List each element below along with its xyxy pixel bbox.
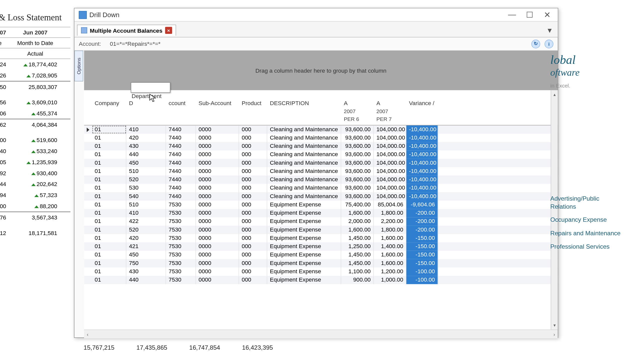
info-icon[interactable]: i (545, 39, 553, 48)
drilldown-window: Drill Down — ☐ ✕ Multiple Account Balanc… (74, 8, 558, 338)
table-row[interactable]: 0152074400000000Cleaning and Maintenance… (84, 175, 558, 184)
cell-s: 0000 (196, 125, 239, 134)
minimize-button[interactable]: — (503, 9, 521, 21)
cell-s: 0000 (196, 201, 239, 209)
cell-s: 0000 (196, 276, 239, 284)
cell-p: 000 (239, 209, 267, 217)
pl-row: 5,0624,064,384 (0, 119, 70, 130)
cell-co: 01 (92, 175, 127, 184)
table-row[interactable]: 0143075300000000Equipment Expense1,100.0… (84, 267, 558, 276)
pl-row: 6,9763,567,343 (0, 212, 70, 223)
cell-d: 510 (126, 201, 166, 209)
cell-p7: 1,600.00 (374, 234, 407, 242)
cell-p7: 104,000.00 (374, 184, 407, 192)
table-row[interactable]: 0145075300000000Equipment Expense1,450.0… (84, 251, 558, 259)
cell-p7: 1,600.00 (374, 259, 407, 267)
data-grid[interactable]: Company D ccount Sub-Account Product DES… (84, 90, 558, 330)
cell-v: -10,400.00 (406, 125, 438, 134)
cell-p6: 75,400.00 (341, 201, 374, 209)
pl-row: 1,3267,028,905 (0, 70, 70, 81)
cell-p7: 1,800.00 (374, 209, 407, 217)
refresh-icon[interactable]: ↻ (531, 39, 540, 48)
cell-p7: 1,200.00 (374, 267, 407, 276)
cell-p7: 104,000.00 (374, 167, 407, 175)
cell-p6: 93,600.00 (341, 151, 374, 159)
table-row[interactable]: 0143074400000000Cleaning and Maintenance… (84, 142, 558, 150)
cell-desc: Cleaning and Maintenance (267, 151, 341, 159)
category-item: Occupancy Expense (550, 216, 621, 224)
tab-close-icon[interactable]: × (165, 27, 172, 34)
cell-v: -200.00 (406, 217, 438, 226)
scroll-right-icon[interactable]: › (553, 331, 555, 337)
table-row[interactable]: 0144075300000000Equipment Expense900.001… (84, 276, 558, 284)
col-account[interactable]: ccount (166, 90, 196, 125)
cell-desc: Cleaning and Maintenance (267, 175, 341, 184)
cell-co: 01 (92, 184, 127, 192)
col-sub-account[interactable]: Sub-Account (196, 90, 239, 125)
table-row[interactable]: 0141075300000000Equipment Expense1,600.0… (84, 209, 558, 217)
cell-p6: 1,450.00 (341, 259, 374, 267)
cell-p6: 1,250.00 (341, 242, 374, 251)
col-company[interactable]: Company (92, 90, 127, 125)
table-row[interactable]: 0145074400000000Cleaning and Maintenance… (84, 159, 558, 167)
table-row[interactable]: 0154074400000000Cleaning and Maintenance… (84, 192, 558, 201)
pl-row: 4,644202,642 (0, 179, 70, 190)
col-description[interactable]: DESCRIPTION (267, 90, 341, 125)
table-row[interactable]: 0151074400000000Cleaning and Maintenance… (84, 167, 558, 175)
pl-row: 8,740533,240 (0, 146, 70, 157)
cell-v: -10,400.00 (406, 192, 438, 201)
scroll-up-icon[interactable]: ▴ (553, 92, 556, 97)
col-per6[interactable]: A 2007 PER 6 (341, 90, 374, 125)
dragging-column-chip[interactable] (131, 82, 171, 93)
table-row[interactable]: 0142075300000000Equipment Expense1,450.0… (84, 234, 558, 242)
cell-a: 7440 (166, 125, 196, 134)
scroll-left-icon[interactable]: ‹ (87, 331, 89, 337)
cell-d: 440 (126, 151, 166, 159)
table-row[interactable]: 0142275300000000Equipment Expense2,000.0… (84, 217, 558, 226)
cell-d: 430 (126, 142, 166, 150)
cell-co: 01 (92, 259, 127, 267)
window-titlebar[interactable]: Drill Down — ☐ ✕ (74, 8, 558, 22)
cell-p6: 1,100.00 (341, 267, 374, 276)
table-row[interactable]: 0142175300000000Equipment Expense1,250.0… (84, 242, 558, 251)
maximize-button[interactable]: ☐ (521, 9, 538, 21)
cell-d: 750 (126, 259, 166, 267)
col-variance[interactable]: Variance / (406, 90, 438, 125)
cell-p7: 104,000.00 (374, 159, 407, 167)
cell-d: 430 (126, 267, 166, 276)
table-row[interactable]: 0142074400000000Cleaning and Maintenance… (84, 134, 558, 142)
col-product[interactable]: Product (239, 90, 267, 125)
cell-v: -10,400.00 (406, 159, 438, 167)
cell-s: 0000 (196, 184, 239, 192)
cell-v: -150.00 (406, 251, 438, 259)
horizontal-scrollbar[interactable]: ‹ › (84, 330, 558, 338)
col-per7[interactable]: A 2007 PER 7 (374, 90, 407, 125)
cell-p6: 93,600.00 (341, 167, 374, 175)
cell-s: 0000 (196, 251, 239, 259)
options-panel-toggle[interactable]: Options (74, 51, 83, 81)
tab-dropdown-icon[interactable]: ▾ (544, 25, 555, 35)
cell-p6: 2,000.00 (341, 217, 374, 226)
cell-p: 000 (239, 251, 267, 259)
cell-a: 7440 (166, 192, 196, 201)
table-row[interactable]: 0175075300000000Equipment Expense1,450.0… (84, 259, 558, 267)
scroll-down-icon[interactable]: ▾ (553, 323, 556, 328)
close-button[interactable]: ✕ (538, 9, 556, 21)
cell-p7: 85,004.06 (374, 201, 407, 209)
cell-desc: Equipment Expense (267, 259, 341, 267)
tab-multiple-account-balances[interactable]: Multiple Account Balances × (77, 25, 176, 36)
table-row[interactable]: 0144074400000000Cleaning and Maintenance… (84, 151, 558, 159)
table-row[interactable]: 0141074400000000Cleaning and Maintenance… (84, 125, 558, 134)
pl-row: 1,692930,400 (0, 168, 70, 179)
cell-a: 7530 (166, 251, 196, 259)
cell-desc: Equipment Expense (267, 234, 341, 242)
pl-row: 1,12418,774,402 (0, 59, 70, 70)
cell-a: 7530 (166, 259, 196, 267)
pl-sub-a: Date (0, 38, 9, 48)
pl-row (0, 130, 70, 135)
table-row[interactable]: 0153074400000000Cleaning and Maintenance… (84, 184, 558, 192)
cell-co: 01 (92, 242, 127, 251)
table-row[interactable]: 0152075300000000Equipment Expense1,600.0… (84, 226, 558, 234)
table-row[interactable]: 0151075300000000Equipment Expense75,400.… (84, 201, 558, 209)
cell-p6: 93,600.00 (341, 125, 374, 134)
